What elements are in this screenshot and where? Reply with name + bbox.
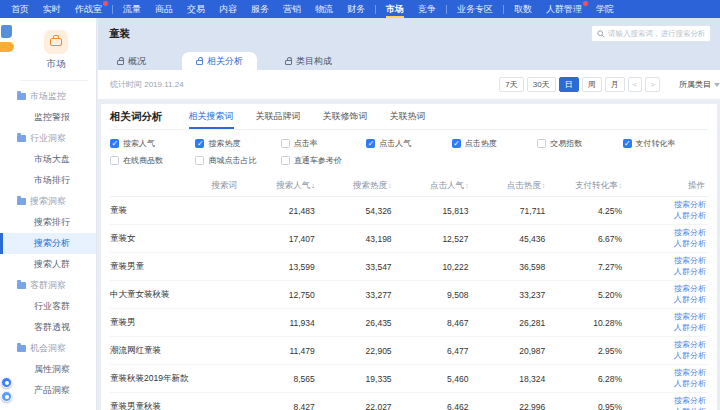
search-input[interactable]: [608, 29, 705, 38]
floating-help-button[interactable]: [1, 391, 12, 402]
sidebar-item[interactable]: 市场排行: [0, 170, 96, 191]
search-analysis-link[interactable]: 搜索分析: [674, 284, 706, 294]
sort-icon[interactable]: ↓: [311, 182, 315, 189]
sidebar-item[interactable]: 客群透视: [0, 317, 96, 338]
crowd-analysis-link[interactable]: 人群分析: [674, 295, 706, 305]
metric-checkbox[interactable]: 点击人气: [366, 138, 451, 149]
sidebar-item[interactable]: 机会洞察: [0, 338, 96, 359]
table-column-header[interactable]: 点击人气↕: [414, 180, 491, 192]
table-column-header[interactable]: 搜索人气↓: [260, 180, 337, 192]
table-column-header[interactable]: 搜索词: [110, 180, 260, 192]
word-type-subtab[interactable]: 关联热词: [390, 104, 426, 129]
date-range-button[interactable]: 日: [559, 77, 579, 93]
word-type-subtab[interactable]: 相关搜索词: [189, 104, 234, 129]
analysis-tab[interactable]: 概况: [103, 52, 160, 70]
app-logo-icon[interactable]: [1, 25, 12, 38]
topnav-item[interactable]: [112, 5, 113, 14]
word-type-subtab[interactable]: 关联品牌词: [256, 104, 301, 129]
topnav-item[interactable]: 学院: [589, 0, 621, 18]
metric-checkbox[interactable]: 点击率: [281, 138, 366, 149]
sort-icon[interactable]: ↕: [465, 182, 469, 189]
sidebar-item[interactable]: 客群洞察: [0, 275, 96, 296]
metric-checkbox[interactable]: 在线商品数: [110, 155, 195, 166]
topnav-item[interactable]: 实时: [36, 0, 68, 18]
sidebar-item[interactable]: 搜索排行: [0, 212, 96, 233]
checkbox-icon[interactable]: [281, 139, 290, 148]
date-range-button[interactable]: 周: [582, 77, 602, 93]
table-column-header[interactable]: 操作: [644, 180, 708, 192]
metric-checkbox[interactable]: 支付转化率: [623, 138, 708, 149]
crowd-analysis-link[interactable]: 人群分析: [674, 379, 706, 389]
checkbox-icon[interactable]: [366, 139, 375, 148]
search-analysis-link[interactable]: 搜索分析: [674, 396, 706, 406]
topnav-item[interactable]: [503, 5, 504, 14]
metric-checkbox[interactable]: 搜索人气: [110, 138, 195, 149]
metric-checkbox[interactable]: 点击热度: [452, 138, 537, 149]
analysis-tab[interactable]: 类目构成: [271, 52, 346, 70]
sidebar-item[interactable]: 搜索分析: [0, 233, 96, 254]
date-range-button[interactable]: 7天: [499, 77, 523, 93]
checkbox-icon[interactable]: [281, 156, 290, 165]
table-column-header[interactable]: 搜索热度↕: [337, 180, 414, 192]
topnav-item[interactable]: 竞争: [411, 0, 443, 18]
metric-checkbox[interactable]: 商城点击占比: [195, 155, 280, 166]
topnav-item[interactable]: 营销: [276, 0, 308, 18]
category-dropdown[interactable]: 所属类目: [679, 79, 720, 90]
sidebar-item[interactable]: 市场大盘: [0, 149, 96, 170]
checkbox-icon[interactable]: [195, 139, 204, 148]
word-type-subtab[interactable]: 关联修饰词: [323, 104, 368, 129]
topnav-item[interactable]: [375, 5, 376, 14]
date-range-button[interactable]: >: [645, 77, 660, 93]
crowd-analysis-link[interactable]: 人群分析: [674, 239, 706, 249]
sidebar-item[interactable]: 属性洞察: [0, 359, 96, 380]
topnav-item[interactable]: 取数: [507, 0, 539, 18]
sidebar-item[interactable]: 产品洞察: [0, 380, 96, 401]
checkbox-icon[interactable]: [452, 139, 461, 148]
checkbox-icon[interactable]: [110, 139, 119, 148]
sidebar-item[interactable]: 搜索洞察: [0, 191, 96, 212]
topnav-item[interactable]: 业务专区: [450, 0, 500, 18]
analysis-tab[interactable]: 相关分析: [182, 52, 257, 70]
topnav-item[interactable]: 财务: [340, 0, 372, 18]
topnav-item[interactable]: 作战室: [68, 0, 109, 18]
topnav-item[interactable]: 流量: [116, 0, 148, 18]
metric-checkbox[interactable]: 搜索热度: [195, 138, 280, 149]
topnav-item[interactable]: 交易: [180, 0, 212, 18]
topnav-item[interactable]: 商品: [148, 0, 180, 18]
floating-assistant-button[interactable]: [1, 377, 12, 388]
sidebar-item[interactable]: 行业洞察: [0, 128, 96, 149]
checkbox-icon[interactable]: [110, 156, 119, 165]
topnav-item[interactable]: 服务: [244, 0, 276, 18]
crowd-analysis-link[interactable]: 人群分析: [674, 267, 706, 277]
topnav-item[interactable]: 内容: [212, 0, 244, 18]
crowd-analysis-link[interactable]: 人群分析: [674, 351, 706, 361]
search-analysis-link[interactable]: 搜索分析: [674, 200, 706, 210]
sort-icon[interactable]: ↕: [542, 182, 546, 189]
topnav-item[interactable]: 人群管理: [539, 0, 589, 18]
sidebar-item[interactable]: 监控警报: [0, 107, 96, 128]
sort-icon[interactable]: ↕: [619, 182, 623, 189]
keyword-search-box[interactable]: [591, 25, 711, 42]
sort-icon[interactable]: ↕: [388, 182, 392, 189]
sidebar-item[interactable]: 行业客群: [0, 296, 96, 317]
date-range-button[interactable]: 30天: [527, 77, 556, 93]
metric-checkbox[interactable]: 交易指数: [537, 138, 622, 149]
sidebar-item[interactable]: 市场监控: [0, 86, 96, 107]
date-range-button[interactable]: 月: [605, 77, 625, 93]
checkbox-icon[interactable]: [623, 139, 632, 148]
search-analysis-link[interactable]: 搜索分析: [674, 312, 706, 322]
search-analysis-link[interactable]: 搜索分析: [674, 340, 706, 350]
topnav-item[interactable]: 物流: [308, 0, 340, 18]
table-column-header[interactable]: 支付转化率↕: [567, 180, 644, 192]
crowd-analysis-link[interactable]: 人群分析: [674, 211, 706, 221]
topnav-item[interactable]: 市场: [379, 0, 411, 18]
sidebar-item[interactable]: 搜索人群: [0, 254, 96, 275]
topnav-item[interactable]: 首页: [4, 0, 36, 18]
checkbox-icon[interactable]: [195, 156, 204, 165]
search-analysis-link[interactable]: 搜索分析: [674, 256, 706, 266]
topnav-item[interactable]: [446, 5, 447, 14]
date-range-button[interactable]: <: [628, 77, 643, 93]
metric-checkbox[interactable]: 直通车参考价: [281, 155, 366, 166]
search-analysis-link[interactable]: 搜索分析: [674, 368, 706, 378]
search-analysis-link[interactable]: 搜索分析: [674, 228, 706, 238]
